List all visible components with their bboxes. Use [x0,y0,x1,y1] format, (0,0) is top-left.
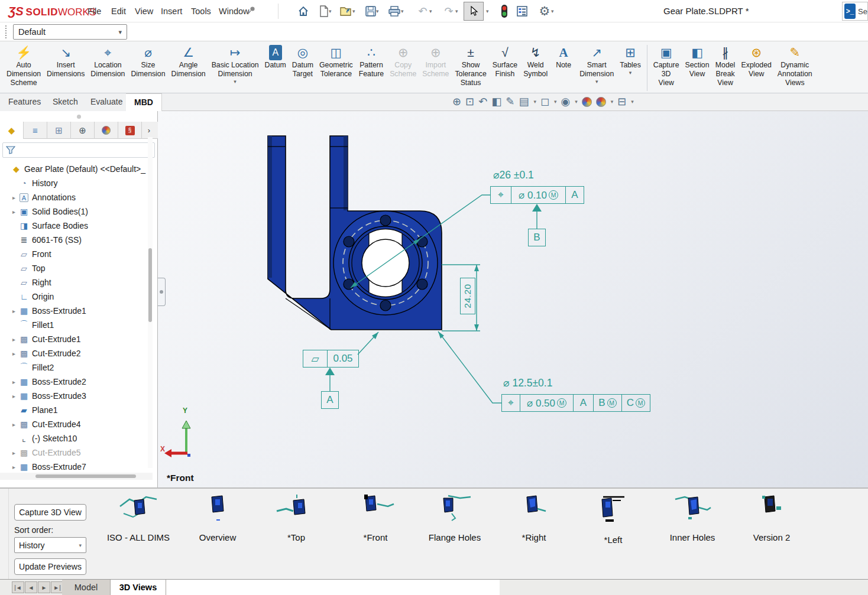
menu-file[interactable]: File [82,0,107,22]
toolbar-drag-handle[interactable] [5,25,7,38]
tree-item-cut-extrude1[interactable]: ▸▩Cut-Extrude1 [8,332,148,346]
previous-view-icon[interactable]: ↶ [478,95,487,108]
tree-item-boss-extrude3[interactable]: ▸▦Boss-Extrude3 [8,389,148,403]
view-thumbnail-front[interactable]: *Front [337,493,414,542]
view-thumbnail-overview[interactable]: Overview [179,493,256,542]
tree-item-history[interactable]: ◔History [8,176,148,190]
linear-dimension-24-20[interactable]: 24.20 [460,278,475,314]
capture-3d-view-button[interactable]: Capture 3D View [14,504,86,521]
ribbon-button-auto-dimension-scheme[interactable]: ⚡Auto Dimension Scheme [4,44,44,89]
new-caret[interactable]: ▾ [329,8,332,14]
view-thumbnail-inner-holes[interactable]: Inner Holes [654,493,731,542]
position-fcf-upper[interactable]: ⌖ ⌀ 0.10M A [490,186,584,204]
ribbon-button-angle-dimension[interactable]: ∠Angle Dimension [169,44,209,80]
tree-item-annotations[interactable]: ▸AAnnotations [8,190,148,204]
ribbon-button-model-break-view[interactable]: ∦Model Break View [712,44,739,89]
tree-item-plane1[interactable]: ▰Plane1 [8,403,148,417]
ribbon-button-section-view[interactable]: ◧Section View [682,44,712,80]
apply-scene-icon[interactable] [596,97,606,107]
save-caret[interactable]: ▾ [376,8,379,14]
menu-insert[interactable]: Insert [155,0,188,22]
ribbon-button-weld-symbol[interactable]: ↯Weld Symbol [520,44,550,80]
next-tab-button[interactable]: ► [38,581,50,593]
tree-item-sketch10[interactable]: ⌞(-) Sketch10 [8,431,148,446]
ribbon-button-tables[interactable]: ⊞Tables▾ [617,44,644,76]
tree-item-fillet2[interactable]: ⌒Fillet2 [8,360,148,375]
previous-tab-button[interactable]: ◄ [25,581,37,593]
tree-item-boss-extrude1[interactable]: ▸▦Boss-Extrude1 [8,304,148,318]
zoom-area-icon[interactable]: ⊡ [465,95,474,108]
zoom-fit-icon[interactable]: ⊕ [452,95,461,108]
tree-item-solid-bodies[interactable]: ▸▣Solid Bodies(1) [8,204,148,219]
open-caret[interactable]: ▾ [352,8,355,14]
first-tab-button[interactable]: |◄ [12,581,24,593]
menu-tools[interactable]: Tools [185,0,217,22]
dimxpert-manager-tab[interactable]: ⊕ [71,122,95,139]
tab-mbd[interactable]: MBD [126,93,162,111]
select-tool-button[interactable] [464,2,484,21]
configuration-manager-tab[interactable]: ⊞ [47,122,71,139]
view-orientation-icon[interactable]: ▤ [519,95,529,108]
chevron-down-icon[interactable]: ▾ [631,99,634,105]
tree-item-top-plane[interactable]: ▱Top [8,261,148,275]
tab-features[interactable]: Features [0,93,50,111]
ribbon-button-basic-location-dimension[interactable]: ↦Basic Location Dimension▾ [209,44,262,85]
tree-filter-box[interactable] [2,142,155,158]
position-fcf-lower[interactable]: ⌖ ⌀ 0.50M A BM CM [501,394,650,412]
view-thumbnail-left[interactable]: *Left [575,493,652,545]
ribbon-button-smart-dimension[interactable]: ↗Smart Dimension▾ [576,44,617,85]
configuration-select[interactable]: Default ▾ [13,24,127,40]
redo-caret[interactable]: ▾ [455,8,458,14]
tree-item-boss-extrude7[interactable]: ▸▦Boss-Extrude7 [8,460,148,474]
sustainability-tab[interactable]: § [118,122,142,139]
chevron-down-icon[interactable]: ▾ [611,99,614,105]
ribbon-button-capture-3d-view[interactable]: ▣Capture 3D View [650,44,682,89]
ribbon-button-size-dimension[interactable]: ⌀Size Dimension [128,44,168,80]
select-caret[interactable]: ▾ [486,8,489,14]
view-settings-icon[interactable]: ⊟ [617,95,626,108]
sort-order-select[interactable]: History ▾ [14,537,86,553]
search-box[interactable]: >_ Se [842,2,868,21]
property-manager-tab[interactable]: ≡ [24,122,47,139]
diameter-dimension-12-5[interactable]: ⌀ 12.5±0.1 [503,377,552,389]
dynamic-annotation-icon[interactable]: ✎ [506,95,514,108]
tree-item-cut-extrude5[interactable]: ▸▩Cut-Extrude5 [8,446,148,460]
panel-splitter-handle[interactable] [158,278,166,306]
ribbon-button-import-scheme[interactable]: ⊕Import Scheme [419,44,452,80]
tab-model[interactable]: Model [62,580,111,595]
ribbon-button-note[interactable]: ANote [550,44,576,71]
ribbon-button-surface-finish[interactable]: √Surface Finish [490,44,520,80]
ribbon-button-geometric-tolerance[interactable]: ◫Geometric Tolerance [316,44,356,80]
tree-item-origin[interactable]: ∟Origin [8,290,148,304]
menu-edit[interactable]: Edit [105,0,132,22]
edit-appearance-icon[interactable] [582,97,592,107]
tab-sketch[interactable]: Sketch [44,93,87,111]
diameter-dimension-26[interactable]: ⌀26 ±0.1 [493,169,534,181]
featuremanager-tree-tab[interactable]: ◆ [0,122,24,139]
tab-evaluate[interactable]: Evaluate [82,93,131,111]
ribbon-button-insert-dimensions[interactable]: ↘Insert Dimensions [44,44,88,80]
tree-item-boss-extrude2[interactable]: ▸▦Boss-Extrude2 [8,375,148,389]
update-previews-button[interactable]: Update Previews [14,558,86,575]
rebuild-traffic-light-icon[interactable] [495,2,513,20]
view-thumbnail-version-2[interactable]: Version 2 [733,493,810,542]
panel-tabs-overflow-chevron[interactable]: › [142,122,156,138]
undo-caret[interactable]: ▾ [429,8,432,14]
last-tab-button[interactable]: ►| [51,581,63,593]
view-thumbnail-iso-all-dims[interactable]: ISO - ALL DIMS [100,493,177,542]
hide-show-items-icon[interactable]: ◉ [561,95,570,108]
ribbon-button-location-dimension[interactable]: ⌖Location Dimension [88,44,128,80]
tree-item-right-plane[interactable]: ▱Right [8,275,148,290]
section-view-icon[interactable]: ◧ [491,95,501,108]
tree-item-front-plane[interactable]: ▱Front [8,247,148,261]
ribbon-button-pattern-feature[interactable]: ∴Pattern Feature [356,44,387,80]
ribbon-button-exploded-view[interactable]: ⊛Exploded View [739,44,775,80]
tree-item-fillet1[interactable]: ⌒Fillet1 [8,318,148,332]
graphics-viewport[interactable]: Y X ⌀26 ±0.1 ⌖ ⌀ 0.10M A B 24.20 ▱ 0.05 … [158,111,868,487]
chevron-down-icon[interactable]: ▾ [554,99,557,105]
tree-horizontal-scrollbar[interactable] [0,473,153,480]
ribbon-button-copy-scheme[interactable]: ⊕Copy Scheme [387,44,419,80]
datum-feature-a[interactable]: A [321,391,339,409]
ribbon-button-show-tolerance-status[interactable]: ±Show Tolerance Status [452,44,489,89]
datum-feature-b[interactable]: B [528,229,546,246]
